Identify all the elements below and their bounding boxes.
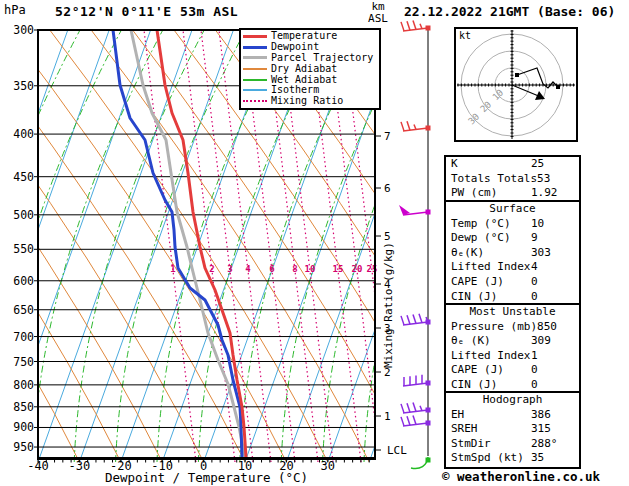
row-label: SREH	[451, 422, 531, 437]
legend-line-swatch	[243, 35, 267, 38]
wind-barb	[399, 205, 431, 215]
page-title: 52°12'N 0°11'E 53m ASL	[55, 4, 238, 19]
legend-item-label: Temperature	[271, 31, 337, 41]
table-row: Totals Totals53	[446, 172, 579, 187]
svg-text:600: 600	[13, 274, 34, 288]
table-row: StmDir288°	[446, 437, 579, 452]
table-row: Temp (°C)10	[446, 217, 579, 232]
row-value: 35	[531, 451, 579, 466]
legend-line-swatch	[243, 46, 267, 49]
table-row: θₑ (K)309	[446, 334, 579, 349]
table-row: StmSpd (kt)35	[446, 451, 579, 466]
legend-item: Wet Adiabat	[243, 74, 379, 85]
copyright: © weatheronline.co.uk	[442, 469, 600, 484]
table-row: Lifted Index1	[446, 349, 579, 364]
row-label: Totals Totals	[451, 172, 537, 187]
svg-text:350: 350	[13, 79, 34, 93]
svg-text:8: 8	[292, 264, 297, 274]
legend: TemperatureDewpointParcel TrajectoryDry …	[239, 28, 381, 110]
row-label: StmDir	[451, 437, 531, 452]
table-row: K25	[446, 157, 579, 172]
row-value: 53	[537, 172, 579, 187]
table-row: SREH315	[446, 422, 579, 437]
row-label: θₑ (K)	[451, 334, 531, 349]
sounding-page: 3003504004505005506006507007508008509009…	[0, 0, 629, 486]
table-row: PW (cm)1.92	[446, 186, 579, 201]
row-label: θₑ(K)	[451, 246, 531, 261]
svg-text:6: 6	[269, 264, 274, 274]
legend-item: Temperature	[243, 31, 379, 42]
wind-barb	[401, 415, 431, 426]
svg-text:650: 650	[13, 303, 34, 317]
svg-text:4: 4	[245, 264, 251, 274]
row-value: 0	[531, 363, 579, 378]
table-row: Lifted Index4	[446, 260, 579, 275]
row-value: 1.92	[531, 186, 579, 201]
hodograph-table: HodographEH386SREH315StmDir288°StmSpd (k…	[444, 391, 581, 469]
row-value: 303	[531, 246, 579, 261]
pressure-axis-unit: hPa	[4, 3, 26, 17]
row-value: 1	[531, 349, 579, 364]
svg-text:1: 1	[170, 264, 175, 274]
row-value: 386	[531, 408, 579, 423]
row-label: PW (cm)	[451, 186, 531, 201]
svg-text:550: 550	[13, 242, 34, 256]
legend-item: Parcel Trajectory	[243, 53, 379, 64]
table-row: Dewp (°C)9	[446, 231, 579, 246]
indices-table: K25Totals Totals53PW (cm)1.92	[444, 155, 581, 204]
legend-line-swatch	[243, 68, 267, 70]
svg-text:6: 6	[384, 182, 391, 195]
row-label: Temp (°C)	[451, 217, 531, 232]
table-row: CIN (J)0	[446, 290, 579, 305]
svg-text:300: 300	[13, 23, 34, 37]
legend-item-label: Wet Adiabat	[271, 75, 337, 85]
table-section-title: Hodograph	[446, 393, 579, 408]
svg-text:2: 2	[209, 264, 214, 274]
wind-barb	[411, 457, 431, 469]
wind-barb	[401, 402, 431, 413]
table-row: θₑ(K)303	[446, 246, 579, 261]
legend-item: Dewpoint	[243, 42, 379, 53]
row-value: 4	[531, 260, 579, 275]
legend-line-swatch	[243, 56, 267, 59]
row-value: 25	[531, 157, 579, 172]
legend-item-label: Dewpoint	[271, 42, 319, 52]
row-label: Pressure (mb)	[451, 320, 537, 335]
row-label: CIN (J)	[451, 290, 531, 305]
legend-line-swatch	[243, 100, 267, 102]
wind-barb	[401, 20, 431, 31]
row-label: K	[451, 157, 531, 172]
svg-text:700: 700	[13, 330, 34, 344]
legend-item-label: Parcel Trajectory	[271, 53, 373, 63]
svg-text:950: 950	[13, 440, 34, 454]
svg-text:15: 15	[333, 264, 344, 274]
temperature-axis-label: Dewpoint / Temperature (°C)	[38, 470, 375, 485]
table-row: CAPE (J)0	[446, 275, 579, 290]
table-row: EH386	[446, 408, 579, 423]
legend-line-swatch	[243, 89, 267, 91]
table-row: Pressure (mb)850	[446, 320, 579, 335]
row-value: 0	[531, 275, 579, 290]
row-value: 850	[537, 320, 579, 335]
svg-text:7: 7	[384, 130, 391, 143]
mixing-ratio-axis-label: Mixing Ratio (g/kg)	[382, 218, 395, 368]
row-label: Lifted Index	[451, 349, 531, 364]
legend-item-label: Isotherm	[271, 85, 319, 95]
row-label: Dewp (°C)	[451, 231, 531, 246]
row-value: 288°	[531, 437, 579, 452]
legend-item-label: Mixing Ratio	[271, 96, 343, 106]
wind-barb	[403, 375, 431, 386]
table-row: CAPE (J)0	[446, 363, 579, 378]
most-unstable-table: Most UnstablePressure (mb)850θₑ (K)309Li…	[444, 303, 581, 395]
legend-item: Dry Adiabat	[243, 63, 379, 74]
svg-text:20: 20	[352, 264, 363, 274]
svg-text:800: 800	[13, 378, 34, 392]
surface-table: SurfaceTemp (°C)10Dewp (°C)9θₑ(K)303Lift…	[444, 200, 581, 307]
row-label: Lifted Index	[451, 260, 531, 275]
wind-barb	[401, 121, 431, 131]
hodograph-unit-label: kt	[459, 30, 471, 41]
row-value: 10	[531, 217, 579, 232]
legend-item-label: Dry Adiabat	[271, 64, 337, 74]
altitude-axis-unit: km ASL	[363, 1, 393, 25]
svg-text:500: 500	[13, 208, 34, 222]
